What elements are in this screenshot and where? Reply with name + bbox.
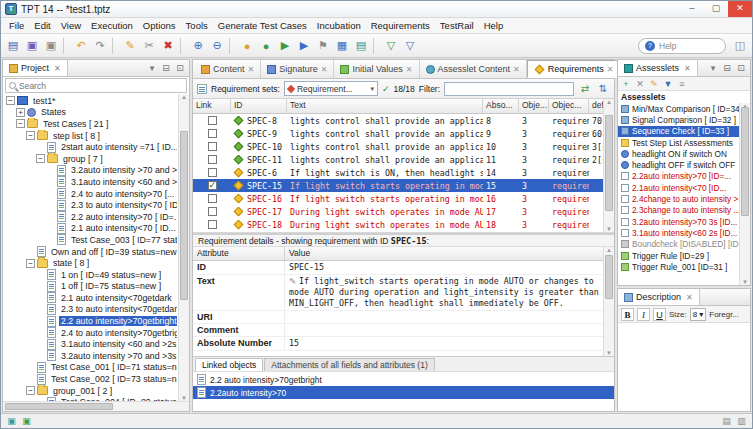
requirement-row[interactable]: SPEC-11 lights control shall provide an … (193, 153, 603, 166)
details-row[interactable]: ID SPEC-15 (193, 261, 603, 275)
scrollbar-thumb[interactable] (180, 131, 188, 300)
link-checkbox[interactable] (208, 116, 217, 125)
tab-content[interactable]: Content ✕ (195, 60, 261, 78)
font-size-select[interactable]: 8 ▾ (690, 308, 706, 321)
scrollbar-thumb[interactable] (605, 255, 613, 299)
link-requirements-icon[interactable]: ⇄ (578, 82, 592, 96)
tree-item[interactable]: 2.3 to auto intensity<70 [ ID... (4, 199, 177, 211)
edit-icon[interactable]: ✎ (121, 37, 139, 55)
tree-item[interactable]: 2start auto intensity =71 [ ID... (4, 141, 177, 153)
expander-icon[interactable] (26, 131, 35, 140)
delete-icon[interactable]: ✖ (159, 37, 177, 55)
assesslets-scrollbar[interactable] (739, 103, 750, 285)
sync-requirements-icon[interactable]: ⇅ (596, 82, 610, 96)
tree-hscrollbar[interactable] (3, 401, 189, 411)
save-all-icon[interactable]: ▣ (42, 37, 60, 55)
tree-item[interactable]: 2.2 auto intensity>70getbright (4, 315, 177, 327)
expander-icon[interactable] (26, 375, 35, 384)
requirement-row[interactable]: SPEC-8 lights control shall provide an a… (193, 114, 603, 127)
edit-assesslet-icon[interactable]: ✎ (648, 78, 660, 90)
expander-icon[interactable] (16, 119, 25, 128)
linked-object-row[interactable]: 2.2 auto intensity>70getbright (193, 373, 614, 386)
tab-assesslet-content[interactable]: Assesslet Content ✕ (420, 60, 527, 78)
status-project-icon[interactable]: ▣ (6, 416, 17, 427)
expander-icon[interactable] (26, 363, 35, 372)
tab-project[interactable]: Project ✕ (3, 60, 68, 76)
menu-item[interactable]: Options (138, 19, 181, 32)
tree-item[interactable]: test1* (4, 95, 177, 107)
linked-tab[interactable]: Linked objects (195, 358, 263, 371)
help-search-box[interactable]: ? Help (638, 38, 726, 54)
expander-icon[interactable] (36, 143, 45, 152)
underline-button[interactable]: U (653, 308, 666, 321)
assesslet-item[interactable]: Sequence Check [ ID=33 ] (618, 126, 740, 137)
bold-button[interactable]: B (621, 308, 634, 321)
view-menu-icon[interactable]: ▾ (146, 62, 158, 74)
link-checkbox[interactable] (208, 194, 217, 203)
expander-icon[interactable] (26, 247, 35, 256)
save-icon[interactable]: ▣ (23, 37, 41, 55)
link-checkbox[interactable] (208, 168, 217, 177)
tree-item[interactable]: 3.1auto intensity <60 and >2s (4, 338, 177, 350)
tree-item[interactable]: 2.1 auto intensity<70getdark (4, 292, 177, 304)
expander-icon[interactable] (36, 351, 45, 360)
tree-item[interactable]: 2.4 to auto intensity>70 [... (4, 188, 177, 200)
assesslet-item[interactable]: Test Step List Assessments (618, 137, 740, 148)
requirement-row[interactable]: SPEC-10 lights control shall provide an … (193, 140, 603, 153)
menu-item[interactable]: Edit (29, 19, 55, 32)
tree-item[interactable]: group [ 7 ] (4, 153, 177, 165)
menu-item[interactable]: Help (479, 19, 509, 32)
minimize-view-icon[interactable]: ⊟ (160, 62, 172, 74)
assesslet-item[interactable]: headlight OFF if switch OFF (618, 159, 740, 170)
tree-item[interactable]: Test Case_002 [ ID=73 status=new... (4, 373, 177, 385)
menu-item[interactable]: Requirements (366, 19, 435, 32)
assesslet-item[interactable]: headlight ON if switch ON (618, 148, 740, 159)
requirement-row[interactable]: SPEC-17 During light switch operates in … (193, 205, 603, 218)
assesslet-item[interactable]: Min/Max Comparison [ ID=34 ] (618, 103, 740, 114)
dashboard-icon[interactable]: ● (238, 37, 256, 55)
expander-icon[interactable] (36, 270, 45, 279)
tree-item[interactable]: Test Case_001 [ ID=71 status=new... (4, 362, 177, 374)
tree-scrollbar[interactable] (178, 94, 189, 401)
expander-icon[interactable] (46, 212, 55, 221)
column-header[interactable]: Text (287, 99, 483, 113)
assesslet-item[interactable]: Trigger Rule_001 [ID=31 ] (618, 261, 740, 272)
close-icon[interactable]: ✕ (54, 64, 61, 73)
tab-close-icon[interactable]: ✕ (321, 65, 328, 74)
tree-item[interactable]: 2.1 auto intensity<70 [ ID... (4, 223, 177, 235)
requirement-row[interactable]: SPEC-6 If light switch is ON, then headl… (193, 166, 603, 179)
details-scrollbar[interactable] (603, 247, 614, 356)
build-icon[interactable]: ⚑ (314, 37, 332, 55)
close-icon[interactable]: ✕ (686, 293, 693, 302)
cut-icon[interactable]: ✂ (140, 37, 158, 55)
link-checkbox[interactable] (208, 155, 217, 164)
add-assesslet-icon[interactable]: + (620, 78, 632, 90)
details-row[interactable]: Text If light_switch starts operating in… (193, 275, 603, 311)
menu-item[interactable]: TestRail (435, 19, 479, 32)
tab-close-icon[interactable]: ✕ (513, 65, 520, 74)
filter-assesslets-icon[interactable]: ▼ (662, 78, 674, 90)
filter-input[interactable] (444, 82, 574, 96)
expander-icon[interactable] (16, 108, 25, 117)
filter-blue-icon[interactable]: ▽ (401, 37, 419, 55)
menu-item[interactable]: Generate Test Cases (213, 19, 312, 32)
expander-icon[interactable] (46, 201, 55, 210)
tree-item[interactable]: Test Cases [ 21 ] (4, 118, 177, 130)
tab-description[interactable]: Description ✕ (618, 289, 700, 305)
tree-item[interactable]: 2.2 auto intensity>70 [ ID=... (4, 211, 177, 223)
redo-icon[interactable]: ↷ (91, 37, 109, 55)
tree-item[interactable]: 1 off [ ID=75 status=new ] (4, 281, 177, 293)
close-button[interactable]: ✕ (728, 1, 752, 17)
view-menu-icon[interactable]: ▾ (707, 62, 719, 74)
expander-icon[interactable] (46, 235, 55, 244)
minimize-view-icon[interactable]: ⊟ (721, 62, 733, 74)
link-checkbox[interactable] (208, 181, 217, 190)
details-row[interactable]: URI (193, 311, 603, 324)
table-icon[interactable]: ▤ (352, 37, 370, 55)
maximize-button[interactable]: ▢ (704, 1, 728, 17)
expander-icon[interactable] (36, 317, 45, 326)
expander-icon[interactable] (46, 189, 55, 198)
assesslet-item[interactable]: 3.1auto intensity<60 2s [ID... (618, 227, 740, 238)
perspective-icon[interactable]: ◫ (731, 37, 749, 55)
description-editor[interactable] (618, 323, 750, 411)
